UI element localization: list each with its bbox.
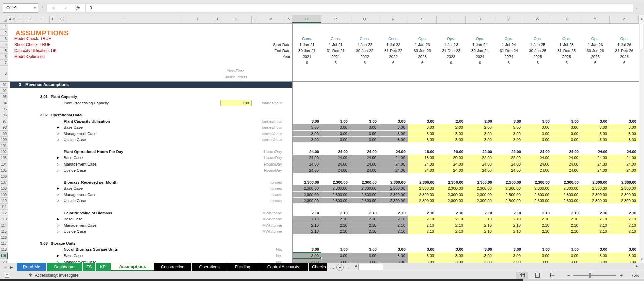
cell-R-103[interactable]: 24.00 [379,155,408,161]
cell-Q-112[interactable]: 2.10 [350,210,379,216]
cell-T-112[interactable]: 2.10 [437,210,466,216]
cell-S-113[interactable]: 2.10 [408,216,437,222]
period-months-Z[interactable]: 6 [610,60,639,66]
row-label[interactable]: Management Case [64,192,96,198]
cell-O-105[interactable]: 24.00 [292,167,321,173]
period-start-Q[interactable]: 1-Jan-22 [350,42,379,48]
column-header-H[interactable]: H [67,15,181,23]
formula-input[interactable]: 3 [85,3,633,13]
vertical-scrollbar[interactable]: ▲ ▼ [639,15,644,263]
unit-label[interactable]: tonnes/hour [221,100,282,106]
cell-V-102[interactable]: 22.00 [494,149,523,155]
cell-T-98[interactable]: 2.00 [437,124,466,130]
row-header-116[interactable]: 116 [0,234,8,240]
cell-O-99[interactable]: 3.00 [292,131,321,137]
cell-P-108[interactable]: 2,300.00 [321,185,350,191]
period-end-S[interactable]: 30-Jun-23 [408,48,437,54]
cell-S-119[interactable]: 3.00 [408,253,437,259]
zoom-slider-thumb[interactable] [589,273,591,278]
cell-Z-114[interactable]: 2.10 [610,222,639,228]
cell-W-113[interactable]: 2.10 [523,216,552,222]
cell-S-114[interactable]: 2.10 [408,222,437,228]
cell-Y-102[interactable]: 24.00 [581,149,610,155]
column-header-T[interactable]: T [437,15,466,23]
cell-R-107[interactable]: 2,300.00 [379,179,408,185]
row-header-114[interactable]: 114 [0,222,8,228]
prev-sheet-icon[interactable]: ◀ [4,265,7,269]
period-phase-R[interactable]: Cons. [379,36,408,42]
column-header-Y[interactable]: Y [581,15,610,23]
row-label[interactable]: Upside Case [64,137,86,143]
row-header-105[interactable]: 105 [0,167,8,173]
row-header-120[interactable]: 120 [0,259,8,263]
subsection-number-3.01[interactable]: 3.01 [34,94,48,100]
next-sheet-icon[interactable]: ▶ [10,265,13,269]
period-end-Y[interactable]: 30-Jun-26 [581,48,610,54]
period-months-Q[interactable]: 6 [350,60,379,66]
cell-Y-109[interactable]: 2,300.00 [581,192,610,198]
cell-Q-104[interactable]: 24.00 [350,161,379,167]
scroll-left-icon[interactable]: ◀ [354,264,357,268]
cell-R-99[interactable]: 3.00 [379,131,408,137]
row-header-119[interactable]: 119 [0,253,8,259]
row-header-6[interactable]: 6 [0,54,8,60]
column-header-G[interactable]: G [57,15,67,23]
period-end-T[interactable]: 31-Dec-23 [437,48,466,54]
page-break-preview-button[interactable] [547,272,559,279]
cell-T-120[interactable]: 3.00 [437,259,466,263]
cell-W-108[interactable]: 2,300.00 [523,185,552,191]
column-header-R[interactable]: R [379,15,408,23]
cell-W-97[interactable]: 3.00 [523,118,552,124]
period-year-W[interactable]: 2025 [523,54,552,60]
period-end-R[interactable]: 31-Dec-22 [379,48,408,54]
cell-V-103[interactable]: 22.00 [494,155,523,161]
cell-V-110[interactable]: 2,300.00 [494,198,523,204]
row-label[interactable]: Upside Case [64,167,86,173]
period-year-T[interactable]: 2023 [437,54,466,60]
period-start-V[interactable]: 1-Jul-24 [494,42,523,48]
cell-P-110[interactable]: 2,300.00 [321,198,350,204]
period-year-O[interactable]: 2021 [292,54,321,60]
spreadsheet-grid[interactable]: 1234567891929394959697989910010110210310… [0,24,639,263]
unit-label[interactable]: MWh/tonne [221,222,282,228]
column-header-D[interactable]: D [24,15,36,23]
cell-X-115[interactable]: 2.10 [552,228,581,234]
cell-V-113[interactable]: 2.10 [494,216,523,222]
name-box[interactable]: O119 ▾ [3,3,38,13]
cell-W-120[interactable]: 3.00 [523,259,552,263]
cell-T-102[interactable]: 20.00 [437,149,466,155]
cell-Q-102[interactable]: 24.00 [350,149,379,155]
period-start-Z[interactable]: 1-Jul-26 [610,42,639,48]
column-header-O[interactable]: O [292,15,321,23]
cell-O-115[interactable]: 2.10 [292,228,321,234]
cell-W-98[interactable]: 3.00 [523,124,552,130]
row-header-92[interactable]: 92 [0,88,8,94]
cell-T-105[interactable]: 24.00 [437,167,466,173]
insert-function-icon[interactable]: fx [76,5,80,11]
row-label[interactable]: Upside Case [64,198,86,204]
column-header-L[interactable]: L [252,15,256,23]
row-header-97[interactable]: 97 [0,118,8,124]
cell-V-107[interactable]: 2,300.00 [494,179,523,185]
period-start-O[interactable]: 1-Jan-21 [292,42,321,48]
cell-Y-107[interactable]: 2,300.00 [581,179,610,185]
cell-P-102[interactable]: 24.00 [321,149,350,155]
period-months-X[interactable]: 6 [552,60,581,66]
row-label[interactable]: Base Case [64,124,83,130]
cell-X-104[interactable]: 24.00 [552,161,581,167]
column-header-I[interactable]: I [181,15,214,23]
cell-S-110[interactable]: 2,300.00 [408,198,437,204]
period-phase-T[interactable]: Ops. [437,36,466,42]
unit-label[interactable]: No. [221,259,282,263]
name-box-dropdown-icon[interactable]: ▾ [34,4,36,12]
row-header-99[interactable]: 99 [0,131,8,137]
row-header-117[interactable]: 117 [0,240,8,246]
vertical-scroll-thumb[interactable] [640,22,643,49]
cell-T-114[interactable]: 2.10 [437,222,466,228]
cell-R-118[interactable]: 3.00 [379,246,408,252]
period-end-U[interactable]: 30-Jun-24 [466,48,494,54]
sheet-tab-control-accounts[interactable]: Control Accounts [258,263,308,271]
cell-P-99[interactable]: 3.00 [321,131,350,137]
model-check-1[interactable]: Sheet Check: TRUE [14,42,51,48]
cell-T-104[interactable]: 24.00 [437,161,466,167]
